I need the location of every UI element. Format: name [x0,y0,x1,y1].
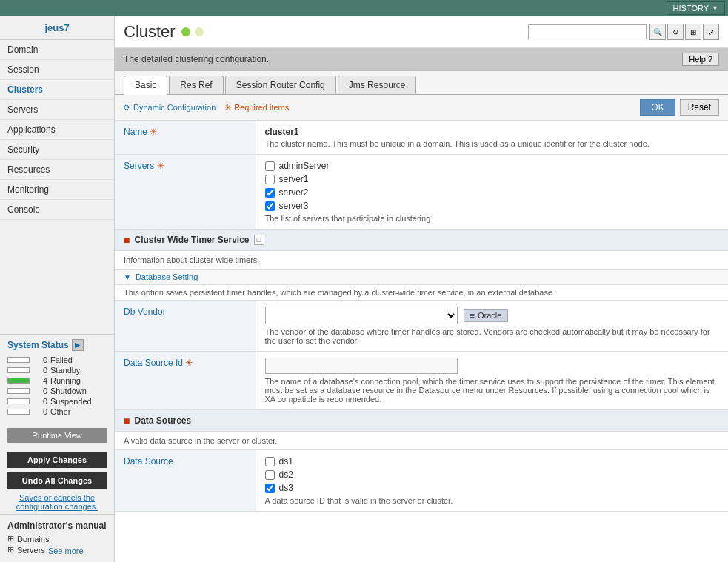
data-source-id-description: The name of a database's connection pool… [265,377,720,404]
ok-button[interactable]: OK [640,99,675,116]
help-button[interactable]: Help ? [682,53,719,66]
tab-basic[interactable]: Basic [124,76,167,95]
admin-link-servers[interactable]: ⊞ Servers [7,545,45,555]
data-source-id-label-cell: Data Source Id ✳ [115,352,256,410]
servers-value-cell: adminServerserver1server2server3 The lis… [256,155,728,230]
sidebar-item-servers[interactable]: Servers [0,100,114,120]
status-count-suspended: 0 [33,397,47,406]
ds-checkbox-ds1[interactable] [265,457,275,466]
data-source-row: Data Source ds1ds2ds3 A data source ID t… [115,450,728,512]
data-source-id-input[interactable] [265,358,458,374]
name-description: The cluster name. This must be unique in… [265,139,720,148]
admin-manual: Administrator's manual ⊞ Domains ⊞ Serve… [0,514,114,562]
search-input[interactable] [528,24,647,39]
servers-description: The list of servers that participate in … [265,214,720,223]
description-text: The detailed clustering configuration. [124,54,269,64]
data-source-value-cell: ds1ds2ds3 A data source ID that is valid… [256,450,728,512]
domain-book-icon: ⊞ [7,534,14,543]
server-checkbox-server2[interactable] [265,188,275,198]
oracle-icon: ≡ [470,311,475,320]
apply-changes-button[interactable]: Apply Changes [7,452,107,468]
data-sources-section-desc: A valid data source in the server or clu… [115,432,728,450]
expand-button[interactable]: ⤢ [703,24,719,40]
see-more-link[interactable]: See more [48,546,84,555]
db-vendor-wrapper: Oracle MySQL PostgreSQL ≡ Oracle [265,307,720,324]
server-checkbox-server1[interactable] [265,175,275,184]
status-row-shutdown: 0Shutdown [7,387,107,395]
system-status-icon: ▶ [72,339,84,351]
status-label-suspended: Suspended [50,397,92,406]
server-checkbox-row-adminServer: adminServer [265,161,720,171]
ds-checkbox-row-ds2: ds2 [265,469,720,480]
cluster-wide-toggle[interactable]: □ [254,235,264,245]
main-layout: jeus7 DomainSessionClustersServersApplic… [0,16,728,562]
content-area: Cluster 🔍 ↻ ⊞ ⤢ [115,16,728,562]
reset-button[interactable]: Reset [680,99,719,116]
system-status-label: System Status [7,340,69,350]
runtime-view-button[interactable]: Runtime View [7,428,107,443]
database-setting-sub[interactable]: ▼ Database Setting [115,270,728,285]
data-source-description: A data source ID that is valid in the se… [265,496,720,505]
data-source-id-value-cell: The name of a database's connection pool… [256,352,728,410]
dot-green [181,27,190,36]
content-header: Cluster 🔍 ↻ ⊞ ⤢ [115,16,728,48]
admin-link-domains[interactable]: ⊞ Domains [7,534,107,543]
status-bar-running [7,378,30,384]
sidebar-nav: DomainSessionClustersServersApplications… [0,40,114,334]
tabs-container: Basic Res Ref Session Router Config Jms … [115,71,728,95]
db-vendor-value-cell: Oracle MySQL PostgreSQL ≡ Oracle The ven… [256,301,728,352]
server-checkbox-adminServer[interactable] [265,161,275,171]
data-source-id-required-star: ✳ [185,358,193,368]
sidebar-item-resources[interactable]: Resources [0,160,114,180]
ds-checkbox-ds2[interactable] [265,470,275,480]
refresh-button[interactable]: ↻ [667,24,684,40]
search-bar: 🔍 ↻ ⊞ ⤢ [528,24,719,40]
name-label-cell: Name ✳ [115,121,256,155]
undo-all-changes-button[interactable]: Undo All Changes [7,472,107,489]
server-checkbox-server3[interactable] [265,201,275,211]
status-label-shutdown: Shutdown [50,387,87,395]
ds-checkbox-ds3[interactable] [265,484,275,493]
status-label-running: Running [50,376,81,385]
server-checkbox-row-server2: server2 [265,187,720,198]
status-row-failed: 0Failed [7,355,107,364]
ds-label-ds1: ds1 [279,456,293,466]
cluster-wide-icon: ■ [124,234,130,246]
dynamic-config: ⟳ Dynamic Configuration [124,103,216,113]
description-bar: The detailed clustering configuration. H… [115,48,728,71]
ds-checkbox-row-ds3: ds3 [265,483,720,493]
sidebar-user: jeus7 [0,16,114,40]
status-bar-failed [7,357,30,363]
db-vendor-select[interactable]: Oracle MySQL PostgreSQL [265,307,458,324]
name-row: Name ✳ cluster1 The cluster name. This m… [115,121,728,155]
status-count-shutdown: 0 [33,387,47,395]
db-vendor-description: The vendor of the database where timer h… [265,327,720,345]
sidebar-item-clusters[interactable]: Clusters [0,80,114,100]
status-count-failed: 0 [33,355,47,364]
name-value: cluster1 [265,127,720,137]
search-icons: 🔍 ↻ ⊞ ⤢ [649,24,719,40]
status-bar-other [7,409,30,415]
admin-manual-title: Administrator's manual [7,521,107,531]
grid-button[interactable]: ⊞ [685,24,701,40]
db-vendor-label-cell: Db Vendor [115,301,256,352]
sidebar-item-console[interactable]: Console [0,200,114,220]
server-checkbox-row-server3: server3 [265,201,720,211]
sidebar-item-monitoring[interactable]: Monitoring [0,180,114,200]
sidebar-item-applications[interactable]: Applications [0,120,114,140]
cluster-wide-desc: Information about cluster-wide timers. [115,251,728,270]
history-button[interactable]: HISTORY [667,1,725,15]
sidebar-item-domain[interactable]: Domain [0,40,114,60]
save-cancel-link[interactable]: Saves or cancels the configuration chang… [0,490,114,514]
system-status: System Status ▶ 0Failed0Standby4Running0… [0,334,114,422]
sidebar-item-security[interactable]: Security [0,140,114,160]
sidebar-item-session[interactable]: Session [0,60,114,80]
data-sources-icon: ■ [124,415,130,426]
search-button[interactable]: 🔍 [649,24,666,40]
ds-checkbox-row-ds1: ds1 [265,456,720,466]
tab-session-router-config[interactable]: Session Router Config [225,76,336,94]
tab-jms-resource[interactable]: Jms Resource [338,76,417,94]
status-bar-suspended [7,398,30,404]
sidebar: jeus7 DomainSessionClustersServersApplic… [0,16,115,562]
tab-res-ref[interactable]: Res Ref [169,76,223,94]
